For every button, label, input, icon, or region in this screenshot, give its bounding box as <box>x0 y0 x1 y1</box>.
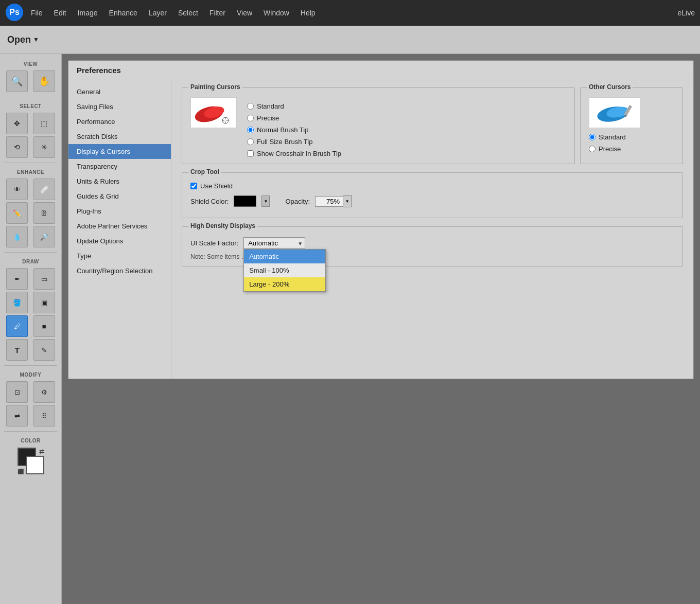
dropdown-option-small[interactable]: Small - 100% <box>244 263 325 277</box>
shield-color-arrow[interactable]: ▼ <box>261 196 270 207</box>
magic-wand-tool[interactable]: ✳ <box>33 136 55 158</box>
ui-scale-dropdown-container: Automatic ▼ Automatic Small - 100% Large… <box>243 237 305 249</box>
shape-draw-tool[interactable]: ■ <box>33 315 55 337</box>
select-section-label: SELECT <box>0 100 61 111</box>
draw-tools: ✒ ▭ 🪣 ▣ 🖊 ■ T ✎ <box>0 267 61 362</box>
ui-scale-dropdown[interactable]: Automatic ▼ <box>243 237 305 249</box>
custom-shape-draw-tool[interactable]: ✎ <box>33 339 55 361</box>
menu-view[interactable]: View <box>236 7 253 19</box>
painting-cursor-options: Standard Precise Normal Brush Tip <box>247 102 341 157</box>
opacity-label: Opacity: <box>285 198 310 205</box>
menu-select[interactable]: Select <box>177 7 199 19</box>
use-shield-checkbox[interactable] <box>190 183 197 189</box>
menu-file[interactable]: File <box>30 7 44 19</box>
nav-saving-files[interactable]: Saving Files <box>68 99 171 114</box>
menu-edit[interactable]: Edit <box>53 7 67 19</box>
nav-display-cursors[interactable]: Display & Cursors <box>68 144 171 159</box>
zoom-tool[interactable]: 🔍 <box>6 70 28 92</box>
lasso-tool[interactable]: ⟲ <box>6 136 28 158</box>
content-area: Preferences General Saving Files Perform… <box>62 54 700 604</box>
other-standard-radio[interactable]: Standard <box>589 133 674 141</box>
menu-enhance[interactable]: Enhance <box>108 7 138 19</box>
default-colors-icon[interactable]: ⬛ <box>18 469 24 474</box>
opacity-input[interactable] <box>315 196 343 207</box>
nav-type[interactable]: Type <box>68 248 171 263</box>
dropper-tool[interactable]: 💧 <box>6 226 28 247</box>
hand-tool[interactable]: ✋ <box>33 70 55 92</box>
clone-tool[interactable]: 🖹 <box>33 202 55 224</box>
preferences-body: General Saving Files Performance Scratch… <box>68 80 693 379</box>
nav-adobe-partner[interactable]: Adobe Partner Services <box>68 219 171 234</box>
use-shield-label[interactable]: Use Shield <box>190 182 674 190</box>
nav-units-rulers[interactable]: Units & Rulers <box>68 174 171 189</box>
dropdown-option-automatic[interactable]: Automatic <box>244 250 325 263</box>
magnify-tool[interactable]: 🔎 <box>33 226 55 247</box>
eyedropper-draw-tool[interactable]: 🖊 <box>6 315 28 337</box>
painting-cursor-preview <box>190 97 237 128</box>
full-size-brush-radio[interactable]: Full Size Brush Tip <box>247 138 341 146</box>
fg-bg-swatches: ⇄ ⬛ <box>18 448 44 474</box>
other-precise-radio[interactable]: Precise <box>589 145 674 153</box>
modify-section-label: MODIFY <box>0 369 61 380</box>
menu-filter[interactable]: Filter <box>208 7 226 19</box>
preferences-dialog: Preferences General Saving Files Perform… <box>68 60 694 379</box>
open-button[interactable]: Open ▼ <box>7 34 39 45</box>
toolbar: Open ▼ <box>0 26 700 54</box>
nav-general[interactable]: General <box>68 84 171 99</box>
main-layout: VIEW 🔍 ✋ SELECT ✥ ⬚ ⟲ ✳ ENHANCE 👁 🩹 ✏️ 🖹… <box>0 54 700 604</box>
nav-scratch-disks[interactable]: Scratch Disks <box>68 129 171 144</box>
text-draw-tool[interactable]: T <box>6 339 28 361</box>
eraser-draw-tool[interactable]: ▭ <box>33 268 55 290</box>
modify-tools: ⊡ ⚙ ⇌ ⠿ <box>0 380 61 428</box>
view-section-label: VIEW <box>0 58 61 69</box>
dropdown-option-large[interactable]: Large - 200% <box>244 277 325 291</box>
standard-radio[interactable]: Standard <box>247 102 341 110</box>
elive-button[interactable]: eLive <box>678 9 695 17</box>
marquee-tool[interactable]: ⬚ <box>33 113 55 134</box>
move-tool[interactable]: ✥ <box>6 113 28 134</box>
swap-colors-icon[interactable]: ⇄ <box>39 448 44 455</box>
nav-update-options[interactable]: Update Options <box>68 234 171 248</box>
other-cursor-preview <box>589 97 640 128</box>
preferences-nav: General Saving Files Performance Scratch… <box>68 80 171 379</box>
shield-color-swatch[interactable] <box>234 196 256 207</box>
nav-performance[interactable]: Performance <box>68 114 171 129</box>
nav-guides-grid[interactable]: Guides & Grid <box>68 189 171 204</box>
enhance-tools: 👁 🩹 ✏️ 🖹 💧 🔎 <box>0 177 61 249</box>
warp-modify-tool[interactable]: ⇌ <box>6 405 28 427</box>
pixel-modify-tool[interactable]: ⠿ <box>33 405 55 427</box>
svg-text:Ps: Ps <box>9 8 20 16</box>
nav-transparency[interactable]: Transparency <box>68 159 171 174</box>
paint-bucket-draw-tool[interactable]: 🪣 <box>6 292 28 313</box>
pencil-draw-tool[interactable]: ✒ <box>6 268 28 290</box>
nav-country-region[interactable]: Country/Region Selection <box>68 263 171 278</box>
background-color[interactable] <box>26 456 44 474</box>
transform-modify-tool[interactable]: ⚙ <box>33 381 55 403</box>
crosshair-checkbox-label[interactable]: Show Crosshair in Brush Tip <box>247 150 341 157</box>
crop-tool-title: Crop Tool <box>188 168 221 175</box>
open-dropdown-arrow[interactable]: ▼ <box>33 36 39 43</box>
preferences-title: Preferences <box>68 61 693 80</box>
menu-window[interactable]: Window <box>262 7 290 19</box>
color-section-label: COLOR <box>0 435 61 446</box>
other-cursors-title: Other Cursors <box>587 83 633 91</box>
shield-color-label: Shield Color: <box>190 198 229 205</box>
dropdown-arrow-icon: ▼ <box>297 240 303 246</box>
healing-tool[interactable]: 🩹 <box>33 179 55 200</box>
high-density-title: High Density Displays <box>188 222 257 229</box>
eye-tool[interactable]: 👁 <box>6 179 28 200</box>
brush-enhance-tool[interactable]: ✏️ <box>6 202 28 224</box>
cursors-top-row: Painting Cursors <box>182 87 683 172</box>
nav-plug-ins[interactable]: Plug-Ins <box>68 204 171 219</box>
crop-modify-tool[interactable]: ⊡ <box>6 381 28 403</box>
normal-brush-radio[interactable]: Normal Brush Tip <box>247 126 341 134</box>
menu-layer[interactable]: Layer <box>148 7 168 19</box>
opacity-arrow[interactable]: ▼ <box>343 195 352 207</box>
crosshair-checkbox[interactable] <box>247 150 254 157</box>
other-cursor-options: Standard Precise <box>589 133 674 153</box>
menu-image[interactable]: Image <box>77 7 99 19</box>
menu-help[interactable]: Help <box>300 7 317 19</box>
opacity-dropdown[interactable]: ▼ <box>315 195 352 207</box>
gradient-draw-tool[interactable]: ▣ <box>33 292 55 313</box>
precise-radio[interactable]: Precise <box>247 114 341 122</box>
